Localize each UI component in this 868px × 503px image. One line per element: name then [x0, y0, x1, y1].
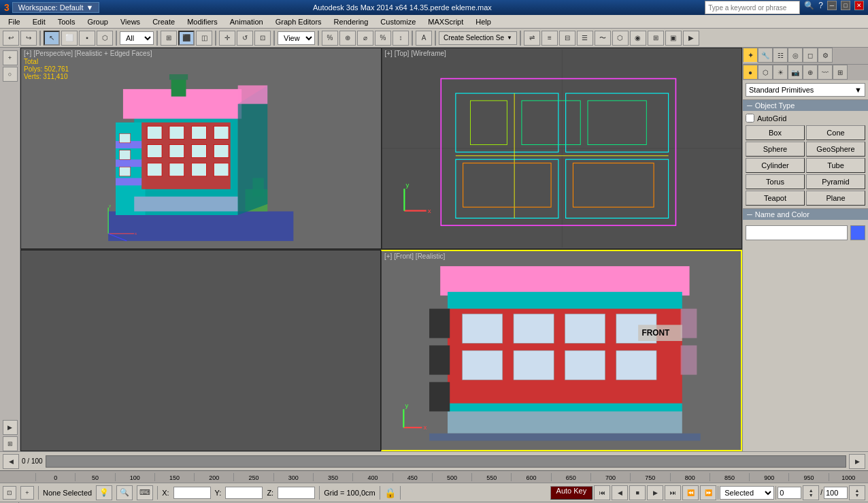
expand-icon[interactable]: ▶: [3, 420, 18, 435]
panel-tab-modify[interactable]: 🔧: [758, 48, 773, 63]
rotate-button[interactable]: ↺: [237, 31, 253, 46]
menu-views[interactable]: Views: [115, 16, 146, 27]
percent-btn[interactable]: %: [322, 31, 338, 46]
next-frame-btn[interactable]: ⏭: [665, 485, 681, 500]
panel-tab-create[interactable]: ✦: [743, 48, 758, 63]
panel-lights-icon[interactable]: ☀: [773, 65, 788, 80]
cylinder-button[interactable]: Cylinder: [746, 158, 805, 173]
tube-button[interactable]: Tube: [806, 158, 865, 173]
lock-icon[interactable]: 🔒: [384, 487, 396, 498]
text-tool-btn[interactable]: A: [416, 31, 432, 46]
redo-button[interactable]: ↪: [20, 31, 37, 46]
status-icon-1[interactable]: ⊡: [3, 486, 16, 500]
frame-number-input[interactable]: [778, 487, 801, 499]
align-to-view-btn[interactable]: ⊟: [559, 31, 575, 46]
pan-icon[interactable]: +: [3, 50, 18, 65]
render-setup-btn[interactable]: ⊞: [648, 31, 664, 46]
frame-end-input[interactable]: [824, 487, 848, 499]
spinner-snap-btn[interactable]: ↕: [393, 31, 409, 46]
panel-tab-hierarchy[interactable]: ☷: [773, 48, 788, 63]
timeline-track[interactable]: [46, 455, 846, 468]
menu-rendering[interactable]: Rendering: [329, 16, 374, 27]
mirror-btn[interactable]: ⇌: [524, 31, 540, 46]
menu-help[interactable]: Help: [470, 16, 497, 27]
z-input[interactable]: [278, 487, 315, 499]
menu-animation[interactable]: Animation: [224, 16, 269, 27]
top-viewport[interactable]: [+] [Top] [Wireframe]: [382, 48, 743, 249]
mag-icon[interactable]: 🔍: [116, 485, 133, 500]
select-region-button[interactable]: ⬜: [61, 31, 78, 46]
light-icon[interactable]: 💡: [96, 485, 112, 500]
material-editor-btn[interactable]: ◉: [630, 31, 646, 46]
menu-tools[interactable]: Tools: [52, 16, 81, 27]
menu-edit[interactable]: Edit: [27, 16, 51, 27]
menu-group[interactable]: Group: [82, 16, 114, 27]
name-section-collapse-icon[interactable]: ─: [747, 210, 752, 218]
freeform-region-button[interactable]: ⬡: [97, 31, 113, 46]
frame-end-up-btn[interactable]: ▲▼: [849, 485, 865, 500]
frame-up-btn[interactable]: ▲▼: [803, 485, 819, 500]
teapot-button[interactable]: Teapot: [746, 191, 805, 206]
play-fwd-btn[interactable]: ▶: [647, 485, 663, 500]
torus-button[interactable]: Torus: [746, 174, 805, 189]
front-viewport[interactable]: [+] [Front] [Realistic]: [381, 250, 742, 451]
menu-create[interactable]: Create: [147, 16, 180, 27]
menu-maxscript[interactable]: MAXScript: [422, 16, 469, 27]
fourth-viewport[interactable]: [20, 250, 381, 451]
filter-dropdown[interactable]: All: [120, 31, 154, 45]
restore-button[interactable]: □: [841, 1, 850, 10]
toolbar-dropdown[interactable]: Workspace: Default ▼: [12, 2, 100, 13]
undo-button[interactable]: ↩: [3, 31, 19, 46]
step-back-btn[interactable]: ⏪: [682, 485, 699, 500]
plane-button[interactable]: Plane: [806, 191, 865, 206]
menu-customize[interactable]: Customize: [375, 16, 421, 27]
primitives-dropdown[interactable]: Standard Primitives ▼: [746, 83, 865, 97]
timeline-expand-btn[interactable]: ◀: [3, 454, 19, 469]
x-input[interactable]: [173, 487, 211, 499]
help-icon[interactable]: ?: [818, 1, 823, 14]
snap-btn[interactable]: ⊕: [339, 31, 356, 46]
render-frame-btn[interactable]: ▣: [665, 31, 682, 46]
title-search-input[interactable]: [705, 1, 800, 14]
view-mode-dropdown[interactable]: View: [278, 31, 315, 45]
select-object-button[interactable]: ↖: [44, 31, 60, 46]
orbit-icon[interactable]: ○: [3, 67, 18, 82]
bottom-icon[interactable]: ⊞: [3, 436, 18, 451]
menu-modifiers[interactable]: Modifiers: [182, 16, 223, 27]
color-swatch-button[interactable]: [850, 225, 865, 240]
align-btn[interactable]: ≡: [541, 31, 558, 46]
panel-geom-icon[interactable]: ●: [743, 65, 758, 80]
menu-graph-editors[interactable]: Graph Editors: [270, 16, 327, 27]
selected-dropdown[interactable]: Selected: [720, 486, 774, 500]
panel-helpers-icon[interactable]: ⊕: [803, 65, 818, 80]
stop-btn[interactable]: ■: [629, 485, 646, 500]
box-button[interactable]: Box: [746, 125, 805, 140]
autogrid-checkbox[interactable]: [746, 114, 754, 123]
window-crossing-button[interactable]: ▪: [79, 31, 95, 46]
panel-cameras-icon[interactable]: 📷: [788, 65, 803, 80]
minimize-button[interactable]: ─: [827, 1, 837, 10]
perspective-viewport[interactable]: [+] [Perspective] [Realistic + Edged Fac…: [20, 48, 382, 249]
status-icon-2[interactable]: +: [20, 486, 34, 500]
pyramid-button[interactable]: Pyramid: [806, 174, 865, 189]
menu-file[interactable]: File: [3, 16, 26, 27]
move-button[interactable]: ✛: [219, 31, 235, 46]
panel-tab-motion[interactable]: ◎: [788, 48, 803, 63]
auto-key-btn[interactable]: Auto Key: [550, 486, 593, 500]
schematic-view-btn[interactable]: ⬡: [612, 31, 629, 46]
step-fwd-btn[interactable]: ⏩: [700, 485, 716, 500]
geosphere-button[interactable]: GeoSphere: [806, 142, 865, 157]
panel-systems-icon[interactable]: ⊞: [833, 65, 848, 80]
keyboard-icon[interactable]: ⌨: [137, 485, 153, 500]
select-by-name-button[interactable]: ⊞: [161, 31, 177, 46]
selection-set-btn[interactable]: Create Selection Se ▼: [439, 31, 517, 45]
scale-button[interactable]: ⊡: [254, 31, 271, 46]
panel-tab-utilities[interactable]: ⚙: [818, 48, 833, 63]
y-input[interactable]: [225, 487, 263, 499]
search-icon[interactable]: 🔍: [804, 1, 814, 14]
close-button[interactable]: ✕: [854, 1, 864, 10]
panel-tab-display[interactable]: ◻: [803, 48, 818, 63]
selection-filter-button[interactable]: ◫: [196, 31, 212, 46]
play-back-btn[interactable]: ◀: [612, 485, 628, 500]
percent-snap-btn[interactable]: %: [375, 31, 391, 46]
